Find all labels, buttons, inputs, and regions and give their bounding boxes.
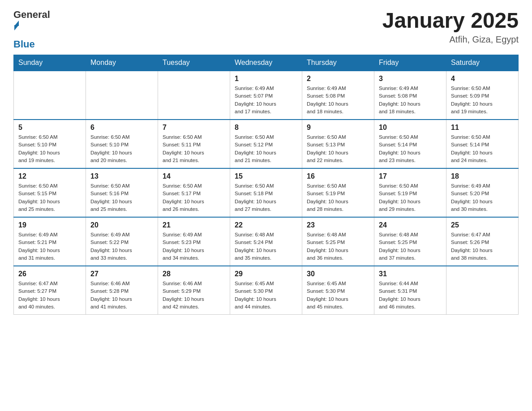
- calendar-cell: 13Sunrise: 6:50 AM Sunset: 5:16 PM Dayli…: [86, 168, 158, 217]
- week-row-4: 26Sunrise: 6:47 AM Sunset: 5:27 PM Dayli…: [14, 266, 519, 315]
- day-info: Sunrise: 6:50 AM Sunset: 5:14 PM Dayligh…: [379, 133, 442, 164]
- calendar-cell: 23Sunrise: 6:48 AM Sunset: 5:25 PM Dayli…: [302, 217, 374, 266]
- calendar-cell: [446, 266, 519, 315]
- logo: General Blue: [13, 9, 50, 50]
- day-info: Sunrise: 6:50 AM Sunset: 5:11 PM Dayligh…: [163, 133, 225, 164]
- calendar-cell: 2Sunrise: 6:49 AM Sunset: 5:08 PM Daylig…: [302, 71, 374, 120]
- day-info: Sunrise: 6:50 AM Sunset: 5:16 PM Dayligh…: [90, 182, 153, 213]
- calendar-cell: 9Sunrise: 6:50 AM Sunset: 5:13 PM Daylig…: [302, 120, 374, 168]
- day-number: 16: [307, 172, 369, 180]
- header-thursday: Thursday: [302, 55, 374, 71]
- day-number: 1: [235, 75, 297, 83]
- calendar-cell: 31Sunrise: 6:44 AM Sunset: 5:31 PM Dayli…: [374, 266, 446, 315]
- day-info: Sunrise: 6:50 AM Sunset: 5:10 PM Dayligh…: [90, 133, 153, 164]
- calendar-cell: 30Sunrise: 6:45 AM Sunset: 5:30 PM Dayli…: [302, 266, 374, 315]
- day-number: 6: [90, 124, 153, 132]
- main-title: January 2025: [382, 9, 519, 33]
- day-number: 22: [235, 221, 297, 229]
- calendar-cell: 7Sunrise: 6:50 AM Sunset: 5:11 PM Daylig…: [158, 120, 230, 168]
- day-number: 4: [451, 75, 514, 83]
- day-info: Sunrise: 6:50 AM Sunset: 5:12 PM Dayligh…: [235, 133, 297, 164]
- day-number: 17: [379, 172, 442, 180]
- calendar-cell: 1Sunrise: 6:49 AM Sunset: 5:07 PM Daylig…: [230, 71, 302, 120]
- day-info: Sunrise: 6:50 AM Sunset: 5:18 PM Dayligh…: [235, 182, 297, 213]
- day-number: 29: [235, 270, 297, 278]
- day-number: 18: [451, 172, 514, 180]
- calendar-cell: 20Sunrise: 6:49 AM Sunset: 5:22 PM Dayli…: [86, 217, 158, 266]
- day-number: 10: [379, 124, 442, 132]
- day-info: Sunrise: 6:47 AM Sunset: 5:27 PM Dayligh…: [18, 280, 81, 311]
- day-info: Sunrise: 6:49 AM Sunset: 5:22 PM Dayligh…: [90, 231, 153, 262]
- day-number: 2: [307, 75, 369, 83]
- day-info: Sunrise: 6:50 AM Sunset: 5:17 PM Dayligh…: [163, 182, 225, 213]
- day-number: 13: [90, 172, 153, 180]
- day-info: Sunrise: 6:50 AM Sunset: 5:19 PM Dayligh…: [307, 182, 369, 213]
- day-number: 3: [379, 75, 442, 83]
- calendar-cell: 26Sunrise: 6:47 AM Sunset: 5:27 PM Dayli…: [14, 266, 86, 315]
- calendar-cell: 22Sunrise: 6:48 AM Sunset: 5:24 PM Dayli…: [230, 217, 302, 266]
- day-number: 28: [163, 270, 225, 278]
- day-info: Sunrise: 6:49 AM Sunset: 5:08 PM Dayligh…: [307, 85, 369, 116]
- header: General Blue January 2025 Atfih, Giza, E…: [13, 9, 519, 50]
- calendar-header-row: SundayMondayTuesdayWednesdayThursdayFrid…: [14, 55, 519, 71]
- day-info: Sunrise: 6:50 AM Sunset: 5:15 PM Dayligh…: [18, 182, 81, 213]
- day-info: Sunrise: 6:50 AM Sunset: 5:13 PM Dayligh…: [307, 133, 369, 164]
- calendar-cell: 5Sunrise: 6:50 AM Sunset: 5:10 PM Daylig…: [14, 120, 86, 168]
- day-info: Sunrise: 6:48 AM Sunset: 5:24 PM Dayligh…: [235, 231, 297, 262]
- logo-triangle-bottom: [14, 25, 19, 30]
- day-number: 24: [379, 221, 442, 229]
- header-tuesday: Tuesday: [158, 55, 230, 71]
- calendar-cell: 28Sunrise: 6:46 AM Sunset: 5:29 PM Dayli…: [158, 266, 230, 315]
- day-info: Sunrise: 6:50 AM Sunset: 5:19 PM Dayligh…: [379, 182, 442, 213]
- logo-general: General: [13, 9, 50, 20]
- calendar-cell: [158, 71, 230, 120]
- day-number: 21: [163, 221, 225, 229]
- day-info: Sunrise: 6:46 AM Sunset: 5:28 PM Dayligh…: [90, 280, 153, 311]
- calendar-cell: 3Sunrise: 6:49 AM Sunset: 5:08 PM Daylig…: [374, 71, 446, 120]
- calendar-cell: 12Sunrise: 6:50 AM Sunset: 5:15 PM Dayli…: [14, 168, 86, 217]
- day-info: Sunrise: 6:50 AM Sunset: 5:10 PM Dayligh…: [18, 133, 81, 164]
- title-section: January 2025 Atfih, Giza, Egypt: [382, 9, 519, 45]
- day-number: 25: [451, 221, 514, 229]
- calendar-cell: 19Sunrise: 6:49 AM Sunset: 5:21 PM Dayli…: [14, 217, 86, 266]
- calendar-cell: 8Sunrise: 6:50 AM Sunset: 5:12 PM Daylig…: [230, 120, 302, 168]
- day-number: 15: [235, 172, 297, 180]
- calendar-cell: [86, 71, 158, 120]
- day-number: 23: [307, 221, 369, 229]
- header-saturday: Saturday: [446, 55, 519, 71]
- header-monday: Monday: [86, 55, 158, 71]
- day-number: 8: [235, 124, 297, 132]
- day-number: 31: [379, 270, 442, 278]
- logo-blue: Blue: [13, 39, 35, 50]
- day-number: 14: [163, 172, 225, 180]
- calendar: SundayMondayTuesdayWednesdayThursdayFrid…: [13, 55, 519, 315]
- calendar-cell: 24Sunrise: 6:48 AM Sunset: 5:25 PM Dayli…: [374, 217, 446, 266]
- header-sunday: Sunday: [14, 55, 86, 71]
- day-number: 30: [307, 270, 369, 278]
- day-number: 9: [307, 124, 369, 132]
- week-row-3: 19Sunrise: 6:49 AM Sunset: 5:21 PM Dayli…: [14, 217, 519, 266]
- week-row-0: 1Sunrise: 6:49 AM Sunset: 5:07 PM Daylig…: [14, 71, 519, 120]
- day-info: Sunrise: 6:47 AM Sunset: 5:26 PM Dayligh…: [451, 231, 514, 262]
- header-wednesday: Wednesday: [230, 55, 302, 71]
- day-info: Sunrise: 6:48 AM Sunset: 5:25 PM Dayligh…: [307, 231, 369, 262]
- calendar-cell: 29Sunrise: 6:45 AM Sunset: 5:30 PM Dayli…: [230, 266, 302, 315]
- calendar-cell: 16Sunrise: 6:50 AM Sunset: 5:19 PM Dayli…: [302, 168, 374, 217]
- calendar-cell: 27Sunrise: 6:46 AM Sunset: 5:28 PM Dayli…: [86, 266, 158, 315]
- day-info: Sunrise: 6:49 AM Sunset: 5:07 PM Dayligh…: [235, 85, 297, 116]
- logo-text: General Blue: [13, 9, 50, 50]
- day-number: 19: [18, 221, 81, 229]
- day-info: Sunrise: 6:50 AM Sunset: 5:09 PM Dayligh…: [451, 85, 514, 116]
- calendar-cell: 15Sunrise: 6:50 AM Sunset: 5:18 PM Dayli…: [230, 168, 302, 217]
- week-row-2: 12Sunrise: 6:50 AM Sunset: 5:15 PM Dayli…: [14, 168, 519, 217]
- calendar-cell: 21Sunrise: 6:49 AM Sunset: 5:23 PM Dayli…: [158, 217, 230, 266]
- week-row-1: 5Sunrise: 6:50 AM Sunset: 5:10 PM Daylig…: [14, 120, 519, 168]
- logo-icon: [14, 21, 50, 30]
- day-info: Sunrise: 6:44 AM Sunset: 5:31 PM Dayligh…: [379, 280, 442, 311]
- day-number: 11: [451, 124, 514, 132]
- calendar-cell: 11Sunrise: 6:50 AM Sunset: 5:14 PM Dayli…: [446, 120, 519, 168]
- day-number: 26: [18, 270, 81, 278]
- day-info: Sunrise: 6:45 AM Sunset: 5:30 PM Dayligh…: [235, 280, 297, 311]
- day-number: 5: [18, 124, 81, 132]
- subtitle: Atfih, Giza, Egypt: [382, 34, 519, 45]
